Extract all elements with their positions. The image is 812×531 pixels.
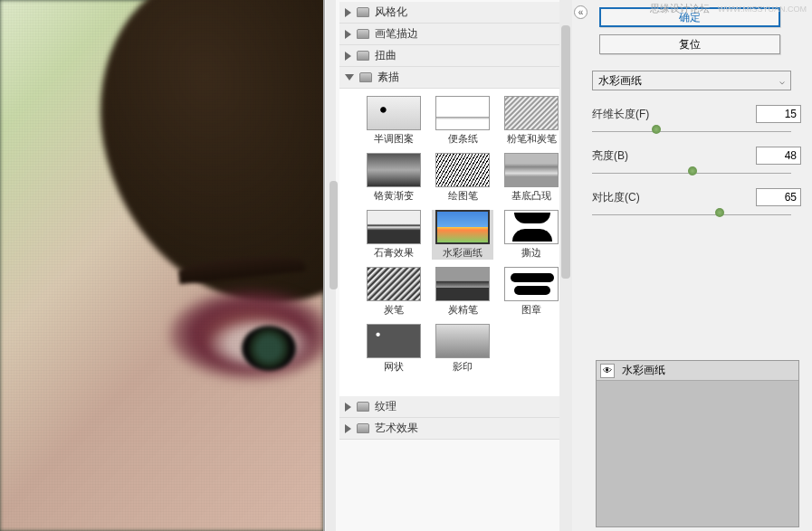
reset-button[interactable]: 复位 — [599, 34, 780, 54]
filter-label: 炭精笔 — [448, 303, 478, 317]
param-slider-2[interactable] — [592, 212, 791, 215]
folder-icon — [357, 7, 369, 17]
filter-label: 影印 — [453, 360, 473, 374]
filter-select-dropdown[interactable]: 水彩画纸 ⌵ — [592, 71, 791, 90]
filter-thumb — [435, 210, 490, 244]
param-row-2: 对比度(C) — [592, 188, 801, 215]
filter-item-5[interactable]: 基底凸现 — [501, 153, 562, 203]
preview-canvas — [0, 0, 323, 531]
filter-item-2[interactable]: 粉笔和炭笔 — [501, 96, 562, 146]
filter-thumb — [504, 153, 559, 187]
filter-category-5[interactable]: 艺术效果 — [339, 418, 572, 440]
folder-icon — [357, 29, 369, 39]
filter-label: 粉笔和炭笔 — [507, 132, 557, 146]
filter-category-1[interactable]: 画笔描边 — [339, 24, 572, 45]
filter-item-9[interactable]: 炭笔 — [363, 267, 425, 317]
param-input-0[interactable] — [756, 105, 801, 123]
filter-category-0[interactable]: 风格化 — [339, 2, 572, 24]
slider-thumb[interactable] — [715, 208, 724, 217]
preview-scrollbar[interactable] — [326, 0, 336, 531]
filter-thumb — [367, 96, 421, 130]
folder-icon — [357, 402, 369, 412]
filter-category-4[interactable]: 纹理 — [339, 396, 572, 418]
scrollbar-thumb[interactable] — [561, 25, 570, 279]
triangle-right-icon — [345, 424, 351, 433]
filter-thumb — [435, 267, 490, 301]
filter-item-6[interactable]: 石膏效果 — [363, 210, 425, 260]
filter-item-13[interactable]: 影印 — [432, 324, 493, 374]
param-input-2[interactable] — [756, 188, 801, 206]
param-input-1[interactable] — [756, 147, 801, 165]
filter-thumb — [367, 153, 421, 187]
triangle-right-icon — [345, 52, 351, 61]
watermark: 思缘设计论坛 WWW.MISSYUAN.COM — [650, 2, 807, 15]
filter-item-8[interactable]: 撕边 — [501, 210, 562, 260]
category-label: 扭曲 — [375, 48, 396, 63]
filter-label: 石膏效果 — [374, 246, 414, 260]
filter-thumb — [435, 96, 490, 130]
filter-category-3[interactable]: 素描 — [339, 67, 572, 89]
filter-item-4[interactable]: 绘图笔 — [432, 153, 493, 203]
filter-thumb — [435, 153, 490, 187]
triangle-down-icon — [345, 74, 354, 81]
filter-item-12[interactable]: 网状 — [363, 324, 425, 374]
category-label: 纹理 — [375, 399, 396, 414]
filter-thumb — [367, 324, 421, 358]
filter-item-7[interactable]: 水彩画纸 — [432, 210, 493, 260]
param-label: 亮度(B) — [592, 148, 628, 164]
filter-label: 撕边 — [521, 246, 541, 260]
triangle-right-icon — [345, 8, 351, 17]
scrollbar-thumb[interactable] — [330, 181, 338, 289]
folder-icon — [359, 72, 372, 82]
filter-label: 半调图案 — [374, 132, 414, 146]
param-slider-1[interactable] — [592, 170, 791, 174]
param-label: 纤维长度(F) — [592, 107, 649, 122]
chevron-down-icon: ⌵ — [779, 76, 785, 86]
filter-item-3[interactable]: 铬黄渐变 — [363, 153, 425, 203]
filter-item-0[interactable]: 半调图案 — [363, 96, 425, 146]
visibility-eye-icon[interactable] — [600, 364, 615, 378]
filter-label: 网状 — [384, 360, 404, 374]
filter-thumb — [504, 210, 559, 244]
effect-layer-title: 水彩画纸 — [622, 363, 665, 378]
triangle-right-icon — [345, 403, 351, 412]
category-label: 画笔描边 — [375, 26, 418, 42]
dropdown-value: 水彩画纸 — [598, 73, 642, 89]
filter-label: 铬黄渐变 — [374, 189, 414, 203]
filter-thumb — [367, 267, 421, 301]
filter-thumb — [504, 267, 559, 301]
filter-label: 图章 — [521, 303, 541, 317]
triangle-right-icon — [345, 30, 351, 39]
filter-item-1[interactable]: 便条纸 — [432, 96, 493, 146]
collapse-icon[interactable] — [574, 5, 588, 19]
filter-library-panel: 风格化画笔描边扭曲素描半调图案便条纸粉笔和炭笔铬黄渐变绘图笔基底凸现石膏效果水彩… — [323, 0, 572, 531]
slider-thumb[interactable] — [652, 125, 661, 134]
filter-label: 便条纸 — [448, 132, 478, 146]
filter-item-10[interactable]: 炭精笔 — [432, 267, 493, 317]
filter-label: 绘图笔 — [448, 189, 478, 203]
filter-item-11[interactable]: 图章 — [501, 267, 562, 317]
slider-thumb[interactable] — [688, 166, 697, 175]
filter-label: 炭笔 — [384, 303, 404, 317]
category-label: 风格化 — [375, 5, 407, 20]
category-label: 艺术效果 — [375, 421, 418, 436]
param-row-0: 纤维长度(F) — [592, 105, 801, 132]
folder-icon — [357, 423, 369, 433]
filter-thumb — [435, 324, 490, 358]
filter-settings-panel: 确定 复位 水彩画纸 ⌵ 纤维长度(F) 亮度(B) 对比度(C) — [572, 0, 812, 531]
folder-icon — [357, 51, 369, 61]
filter-thumb — [504, 96, 559, 130]
param-row-1: 亮度(B) — [592, 147, 801, 174]
category-label: 素描 — [377, 70, 399, 85]
filter-category-2[interactable]: 扭曲 — [339, 45, 572, 67]
param-slider-0[interactable] — [592, 128, 791, 132]
param-label: 对比度(C) — [592, 190, 640, 205]
filter-label: 水彩画纸 — [443, 246, 482, 260]
filter-thumb — [367, 210, 421, 244]
effect-layers-panel: 水彩画纸 — [596, 360, 799, 527]
filter-label: 基底凸现 — [511, 189, 551, 203]
filter-scrollbar[interactable] — [559, 0, 572, 531]
